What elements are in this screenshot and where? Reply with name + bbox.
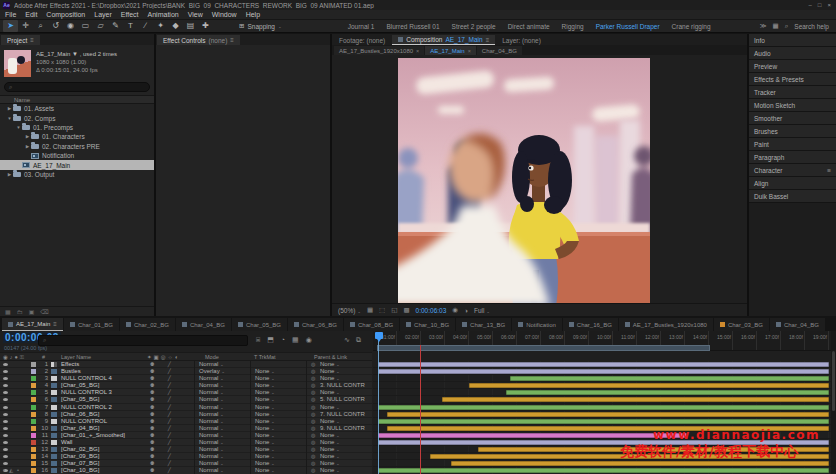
parent-dropdown[interactable]: None ⌄: [320, 404, 340, 410]
trkmat-dropdown[interactable]: None ⌄: [255, 411, 275, 417]
layer-row[interactable]: 2Bustles⚉ ╱Overlay ⌄None ⌄◎None ⌄: [0, 368, 372, 375]
layer-row[interactable]: 8[Char_06_BG]⚉ ╱Normal ⌄None ⌄◎7. NULL C…: [0, 411, 372, 418]
project-tree-item[interactable]: AE_17_Main: [0, 160, 154, 169]
blend-mode-dropdown[interactable]: Normal ⌄: [199, 432, 224, 438]
layer-switches[interactable]: ⚉ ╱: [150, 418, 177, 424]
layer-duration-bar[interactable]: [378, 405, 829, 410]
visibility-eye-icon[interactable]: [3, 384, 8, 387]
label-color-chip[interactable]: [31, 468, 36, 473]
roto-brush-tool-icon[interactable]: ▤: [183, 20, 198, 32]
layer-switches[interactable]: ⚉ ╱: [150, 432, 177, 438]
side-panel-character[interactable]: Character≡: [749, 164, 836, 176]
trkmat-dropdown[interactable]: None ⌄: [255, 432, 275, 438]
time-ruler[interactable]: 01:00f02:00f03:00f04:00f05:00f06:00f07:0…: [373, 331, 831, 351]
graph-editor-icon[interactable]: ∿: [344, 336, 350, 344]
visibility-eye-icon[interactable]: [3, 413, 8, 416]
pickwhip-icon[interactable]: ◎: [311, 396, 315, 402]
label-color-chip[interactable]: [31, 454, 36, 459]
hand-tool-icon[interactable]: ✛: [18, 20, 33, 32]
layer-row[interactable]: 15[Char_07_BG]⚉ ╱Normal ⌄None ⌄◎None ⌄: [0, 460, 372, 467]
camera-tool-icon[interactable]: ◉: [63, 20, 78, 32]
trkmat-dropdown[interactable]: None ⌄: [255, 439, 275, 445]
layer-switches[interactable]: ⚉ ╱: [150, 375, 177, 381]
timeline-tab[interactable]: AE_17_Main≡: [2, 318, 63, 331]
layer-switches[interactable]: ⚉ ╱: [150, 396, 177, 402]
project-tree-item[interactable]: ▶03. Output: [0, 170, 154, 179]
visibility-eye-icon[interactable]: [3, 420, 8, 423]
timeline-tab[interactable]: Char_16_BG: [563, 318, 618, 331]
type-tool-icon[interactable]: T: [123, 20, 138, 32]
selection-tool-icon[interactable]: ➤: [3, 20, 18, 32]
pickwhip-icon[interactable]: ◎: [311, 453, 315, 459]
timeline-vertical-scrollbar[interactable]: [831, 331, 836, 474]
project-tree-item[interactable]: Notification: [0, 151, 154, 160]
close-icon[interactable]: ×: [827, 2, 831, 8]
side-panel-audio[interactable]: Audio: [749, 47, 836, 59]
project-tree-item[interactable]: ▶02. Characters PRE: [0, 142, 154, 151]
layer-row[interactable]: 9NULL CONTROL⚉ ╱Normal ⌄None ⌄◎None ⌄: [0, 418, 372, 425]
label-color-chip[interactable]: [31, 397, 36, 402]
visibility-eye-icon[interactable]: [3, 455, 8, 458]
visibility-eye-icon[interactable]: [3, 441, 8, 444]
comp-tab[interactable]: Char_04_BG: [477, 46, 522, 55]
layer-row[interactable]: 4[Char_05_BG]⚉ ╱Normal ⌄None ⌄◎3. NULL C…: [0, 382, 372, 389]
side-panel-paragraph[interactable]: Paragraph: [749, 151, 836, 163]
layer-name[interactable]: [Char_05_BG]: [61, 396, 99, 402]
timeline-tab[interactable]: Notification: [512, 318, 562, 331]
workspace-tab[interactable]: Parker Russell Draper: [590, 23, 666, 30]
mini-flowchart-icon[interactable]: ⌸: [256, 336, 260, 344]
layer-name[interactable]: Wall: [61, 439, 72, 445]
brush-tool-icon[interactable]: ∕: [138, 20, 153, 32]
rotation-tool-icon[interactable]: ↺: [48, 20, 63, 32]
layer-name[interactable]: [Char_02_BG]: [61, 446, 99, 452]
parent-dropdown[interactable]: None ⌄: [320, 439, 340, 445]
project-tree-item[interactable]: ▶01. Characters: [0, 132, 154, 141]
parent-dropdown[interactable]: None ⌄: [320, 467, 340, 473]
parent-dropdown[interactable]: None ⌄: [320, 361, 340, 367]
show-channel-icon[interactable]: ◑: [464, 307, 468, 314]
side-panel-tracker[interactable]: Tracker: [749, 86, 836, 98]
side-panel-preview[interactable]: Preview: [749, 60, 836, 72]
layer-name[interactable]: [Char_09_BG]: [61, 453, 99, 459]
workspace-tab[interactable]: Crane rigging: [666, 23, 717, 30]
timeline-tab[interactable]: Char_03_BG: [714, 318, 769, 331]
parent-link-header[interactable]: Parent & Link: [314, 354, 347, 360]
tab-footage[interactable]: Footage: (none): [333, 35, 391, 45]
layer-duration-bar[interactable]: [378, 369, 829, 374]
visibility-eye-icon[interactable]: [3, 462, 8, 465]
layer-duration-bar[interactable]: [506, 390, 829, 395]
label-color-chip[interactable]: [31, 440, 36, 445]
layer-duration-bar[interactable]: [451, 461, 829, 466]
workspace-tab[interactable]: Street 2 people: [446, 23, 502, 30]
layer-row[interactable]: 14[Char_09_BG]⚉ ╱Normal ⌄None ⌄◎None ⌄: [0, 453, 372, 460]
blend-mode-dropdown[interactable]: Normal ⌄: [199, 389, 224, 395]
layer-duration-bar[interactable]: [378, 419, 829, 424]
timeline-tab[interactable]: Char_04_BG: [770, 318, 825, 331]
workspace-overflow-icon[interactable]: ≫: [760, 22, 767, 30]
close-icon[interactable]: ×: [416, 48, 419, 54]
layer-name-header[interactable]: Layer Name: [61, 354, 91, 360]
layer-switches[interactable]: ⚉ ╱: [150, 425, 177, 431]
magnification-dropdown[interactable]: (50%) ⌄: [338, 307, 361, 314]
trkmat-dropdown[interactable]: None ⌄: [255, 425, 275, 431]
layer-duration-bar[interactable]: [378, 362, 829, 367]
comp-marker-icon[interactable]: ⧉: [356, 336, 361, 344]
menu-effect[interactable]: Effect: [121, 11, 139, 18]
mask-visibility-icon[interactable]: ⬚: [379, 306, 385, 314]
layer-duration-bar[interactable]: [510, 376, 828, 381]
blend-mode-dropdown[interactable]: Normal ⌄: [199, 446, 224, 452]
hide-shy-icon[interactable]: ◔: [281, 336, 285, 344]
layer-name[interactable]: [Char_04_BG]: [61, 425, 99, 431]
parent-dropdown[interactable]: None ⌄: [320, 432, 340, 438]
layer-switches[interactable]: ⚉ ╱: [150, 411, 177, 417]
layer-name[interactable]: [Char_06_BG]: [61, 411, 99, 417]
layer-switches[interactable]: ⚉ ╱: [150, 446, 177, 452]
pickwhip-icon[interactable]: ◎: [311, 418, 315, 424]
blend-mode-dropdown[interactable]: Normal ⌄: [199, 382, 224, 388]
layer-duration-bar[interactable]: [442, 397, 829, 402]
pickwhip-icon[interactable]: ◎: [311, 404, 315, 410]
layer-duration-bar[interactable]: [469, 383, 829, 388]
puppet-pin-tool-icon[interactable]: ✚: [198, 20, 213, 32]
layer-row[interactable]: 12Wall⚉ ╱Normal ⌄None ⌄◎None ⌄: [0, 439, 372, 446]
comp-tab[interactable]: AE_17_Bustles_1920x1080×: [334, 46, 424, 55]
